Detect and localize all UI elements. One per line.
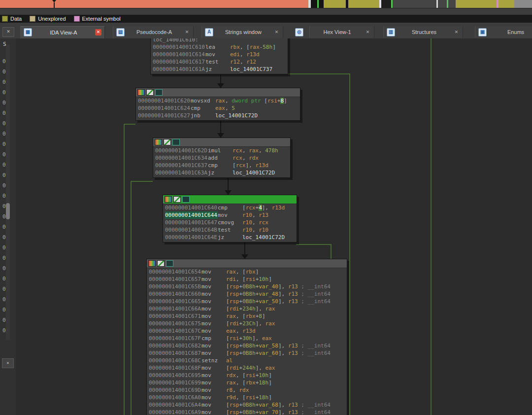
nav-segment[interactable]	[448, 0, 456, 8]
instruction-line[interactable]: 000000014001C6A9mov[rsp+0B8h+var_70], r1…	[147, 409, 347, 415]
basic-block-14001C62D[interactable]: 000000014001C62Dimulrcx, rax, 478h000000…	[153, 138, 291, 178]
mnemonic: mov	[201, 327, 226, 335]
close-tab-icon[interactable]: ✕	[273, 29, 280, 35]
instruction-line[interactable]: 000000014001C637cmp[rcx], r13d	[153, 162, 290, 169]
instruction-line[interactable]: 000000014001C624cmpeax, 5	[136, 104, 300, 112]
instruction-line[interactable]: 000000014001C617testr12, r12	[151, 58, 288, 66]
tab-ida-view-a[interactable]: ▦ IDA View-A ✕	[20, 26, 105, 38]
legend-label: Data	[10, 16, 22, 22]
nav-segment[interactable]	[438, 0, 447, 8]
sidebar-scrollbar-thumb[interactable]	[6, 203, 10, 219]
instruction-line[interactable]: 000000014001C68Fmov[rdi+244h], eax	[147, 364, 347, 372]
instruction-line[interactable]: 000000014001C634addrcx, rdx	[153, 154, 290, 162]
instruction-line[interactable]: 000000014001C665mov[rsp+0B8h+var_50], r1…	[147, 298, 347, 305]
block-title-bar[interactable]	[136, 88, 300, 97]
operand: ],	[278, 409, 288, 415]
close-tab-icon[interactable]: ✕	[95, 29, 101, 35]
instruction-line[interactable]: 000000014001C61Ajzloc_14001C737	[151, 66, 288, 73]
basic-block-14001C654[interactable]: 000000014001C654movrax, [rbx]00000001400…	[146, 259, 347, 415]
node-color-icon[interactable]	[137, 89, 145, 96]
nav-segment[interactable]	[324, 0, 346, 8]
instruction-line[interactable]: 000000014001C654movrax, [rbx]	[147, 268, 347, 276]
instruction-line[interactable]: 000000014001C6A4mov[rsp+0B8h+var_68], r1…	[147, 401, 347, 409]
node-color-icon[interactable]	[148, 260, 156, 267]
sidebar-scrollbar-track[interactable]	[6, 44, 10, 340]
instruction-line[interactable]: 000000014001C687mov[rsp+0B8h+var_60], r1…	[147, 349, 347, 357]
block-title-bar[interactable]	[163, 195, 297, 204]
nav-segment[interactable]	[319, 0, 324, 8]
close-sidebar-button[interactable]: ✕	[2, 358, 14, 368]
instruction-line[interactable]: 000000014001C68Csetnzal	[147, 357, 347, 364]
close-tab-icon[interactable]: ✕	[184, 29, 190, 35]
navigator-band[interactable]	[0, 0, 532, 8]
instruction-line[interactable]: 000000014001C660mov[rsp+0B8h+var_48], r1…	[147, 290, 347, 298]
node-color-icon[interactable]	[165, 196, 172, 203]
nav-segment[interactable]	[393, 0, 436, 8]
node-group-icon[interactable]	[155, 89, 163, 96]
node-group-icon[interactable]	[182, 196, 190, 203]
operand: r12	[230, 59, 240, 65]
block-title-bar[interactable]	[147, 259, 347, 268]
instruction-line[interactable]: 000000014001C695movrdx, [rsi+10h]	[147, 372, 347, 379]
instruction-line[interactable]: 000000014001C657movrdi, [rsi+10h]	[147, 276, 347, 283]
instruction-address: 000000014001C665	[149, 298, 201, 305]
operand: rdi	[226, 276, 236, 282]
close-tab-icon[interactable]: ✕	[365, 29, 371, 35]
tab-hex-view-1[interactable]: Hex View-1 ✕	[309, 26, 374, 38]
tab-structures[interactable]: ▥ Structures ✕	[383, 26, 463, 38]
instruction-line[interactable]: 000000014001C67Cmoveax, r13d	[147, 327, 347, 335]
node-color-icon[interactable]	[155, 139, 162, 145]
instruction-line[interactable]: 000000014001C610learbx, [rax-58h]	[151, 43, 288, 51]
instruction-line[interactable]: 000000014001C671movrax, [rbx+8]	[147, 312, 347, 320]
basic-block-14001C640[interactable]: 000000014001C640cmp[rcx+4], r13d00000001…	[163, 195, 297, 242]
instruction-line[interactable]: 000000014001C614movedi, r13d	[151, 51, 288, 58]
nav-segment[interactable]	[499, 0, 514, 8]
instruction-line[interactable]: 000000014001C6A0movr9d, [rsi+18h]	[147, 394, 347, 401]
operand: ,	[252, 212, 259, 218]
mnemonic: jz	[205, 66, 230, 73]
nav-segment[interactable]	[311, 0, 317, 8]
node-group-icon[interactable]	[172, 139, 180, 145]
nav-segment[interactable]	[456, 0, 496, 8]
instruction-line[interactable]: 000000014001C627jnbloc_14001C72D	[136, 112, 300, 119]
instruction-line[interactable]: 000000014001C65Bmov[rsp+0B8h+var_40], r1…	[147, 283, 347, 290]
node-edit-icon[interactable]	[146, 89, 154, 96]
instruction-line[interactable]: 000000014001C66Amov[rdi+234h], rax	[147, 305, 347, 312]
nav-segment[interactable]	[381, 0, 391, 8]
instruction-line[interactable]: 000000014001C675mov[rdi+23Ch], rax	[147, 320, 347, 327]
operand: eax	[215, 105, 225, 111]
tab-strings-window[interactable]: A Strings window ✕	[201, 26, 283, 38]
graph-canvas[interactable]: loc_14001C610:000000014001C610learbx, [r…	[16, 38, 532, 415]
node-group-icon[interactable]	[166, 260, 173, 267]
instruction-line[interactable]: 000000014001C699movrax, [rbx+18h]	[147, 379, 347, 386]
nav-segment[interactable]	[514, 0, 532, 8]
instruction-line[interactable]: 000000014001C644movr10, r13	[163, 211, 297, 219]
instruction-line[interactable]: 000000014001C64Btestr10, r10	[163, 226, 297, 234]
block-title-bar[interactable]	[153, 138, 290, 147]
instruction-line[interactable]: 000000014001C63Ajzloc_14001C72D	[153, 169, 290, 176]
node-edit-icon[interactable]	[173, 196, 181, 203]
instruction-line[interactable]: 000000014001C620movsxdrax, dword ptr [rs…	[136, 97, 300, 104]
instruction-line[interactable]: 000000014001C67Fcmp[rsi+30h], eax	[147, 335, 347, 342]
node-edit-icon[interactable]	[157, 260, 165, 267]
operand: [	[226, 306, 230, 312]
operand: eax	[266, 365, 275, 371]
nav-segment[interactable]	[348, 0, 379, 8]
sidebar[interactable]: S 00000000000000000000000000000000000000…	[0, 38, 16, 415]
instruction-line[interactable]: 000000014001C647cmovgr10, rcx	[163, 219, 297, 226]
instruction-line[interactable]: 000000014001C64Ejzloc_14001C72D	[163, 234, 297, 241]
instruction-line[interactable]: 000000014001C62Dimulrcx, rax, 478h	[153, 147, 290, 154]
tab-enums[interactable]: ▣ Enums ✕	[475, 26, 532, 38]
instruction-line[interactable]: 000000014001C640cmp[rcx+4], r13d	[163, 204, 297, 211]
node-edit-icon[interactable]	[164, 139, 171, 145]
quick-view-icon[interactable]: ◎	[295, 28, 303, 36]
basic-block-14001C620[interactable]: 000000014001C620movsxdrax, dword ptr [rs…	[135, 88, 300, 121]
instruction-line[interactable]: 000000014001C69Dmovr8, rdx	[147, 386, 347, 394]
tab-pseudocode-a[interactable]: ▤ Pseudocode-A ✕	[113, 26, 194, 38]
basic-block-14001C610[interactable]: loc_14001C610:000000014001C610learbx, [r…	[150, 38, 288, 74]
close-tab-icon[interactable]: ✕	[453, 29, 460, 35]
instruction-line[interactable]: 000000014001C682mov[rsp+0B8h+var_58], r1…	[147, 342, 347, 349]
navigator-marker[interactable]	[52, 0, 56, 8]
close-pane-button[interactable]: ✕	[2, 27, 14, 37]
nav-segment[interactable]	[0, 0, 308, 8]
